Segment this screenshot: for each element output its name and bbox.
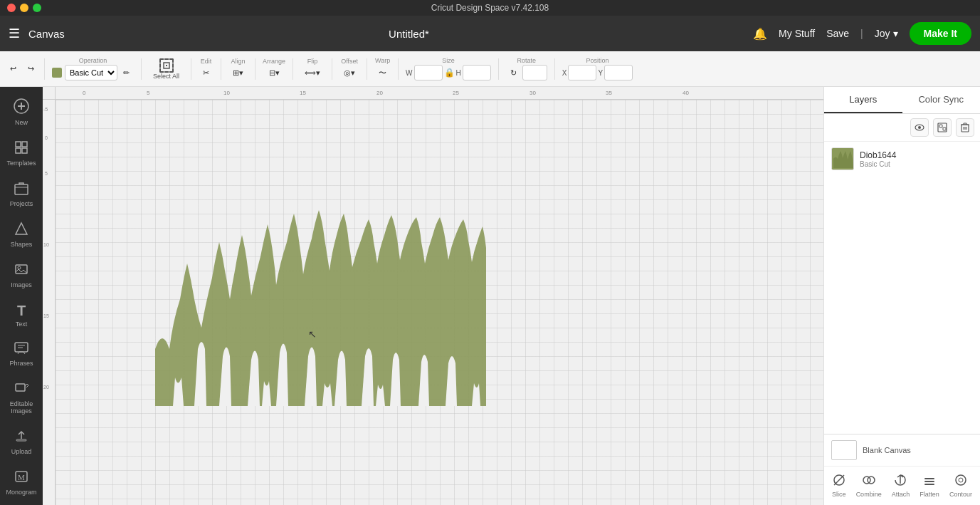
sidebar-item-upload-label: Upload: [11, 448, 32, 455]
flip-controls: ⟺▾: [300, 66, 325, 80]
svg-rect-8: [16, 148, 21, 153]
contour-icon: [954, 474, 967, 489]
operation-select[interactable]: Basic Cut: [65, 65, 117, 80]
svg-rect-6: [16, 142, 21, 147]
flip-button[interactable]: ⟺▾: [300, 66, 325, 80]
svg-text:M: M: [18, 473, 25, 481]
select-all-button[interactable]: Select All: [147, 56, 185, 83]
layer-group-button[interactable]: [933, 118, 952, 137]
hamburger-icon[interactable]: ☰: [9, 26, 20, 41]
warp-controls: 〜: [374, 65, 391, 81]
svg-marker-11: [16, 223, 27, 234]
flatten-button[interactable]: Flatten: [915, 471, 944, 501]
slice-button[interactable]: Slice: [828, 471, 850, 501]
combine-button[interactable]: Combine: [852, 471, 886, 501]
x-input[interactable]: [568, 65, 596, 80]
maximize-button[interactable]: [33, 4, 41, 12]
layer-delete-button[interactable]: [956, 118, 974, 137]
arrange-button[interactable]: ⊟▾: [265, 66, 284, 80]
width-input[interactable]: [414, 65, 443, 80]
save-button[interactable]: Save: [826, 28, 849, 39]
toolbar-separator-2: [141, 58, 142, 80]
operation-group: Operation Basic Cut ✏: [52, 57, 134, 80]
bottom-actions: Slice Combine Attach: [824, 466, 980, 505]
contour-button[interactable]: Contour: [945, 471, 976, 501]
sidebar-item-templates[interactable]: Templates: [3, 135, 40, 172]
svg-rect-39: [924, 478, 934, 479]
main-area: New Templates Projects Shapes Images: [0, 87, 980, 505]
sidebar-item-shapes[interactable]: Shapes: [3, 216, 40, 254]
make-it-button[interactable]: Make It: [910, 22, 971, 45]
y-input[interactable]: [604, 65, 633, 80]
upload-icon: [14, 429, 28, 447]
svg-rect-24: [939, 125, 942, 127]
operation-pen-button[interactable]: ✏: [119, 66, 134, 80]
svg-point-35: [868, 477, 875, 484]
tab-color-sync[interactable]: Color Sync: [902, 87, 981, 113]
sidebar-item-editable-images[interactable]: Editable Images: [3, 375, 40, 420]
shapes-icon: [14, 222, 28, 239]
sidebar-item-images-label: Images: [11, 281, 32, 288]
sidebar-item-monogram[interactable]: M Monogram: [3, 464, 40, 501]
edit-button[interactable]: ✂: [199, 66, 214, 80]
lock-icon[interactable]: 🔒: [444, 68, 455, 78]
close-button[interactable]: [7, 4, 16, 12]
sidebar-item-upload[interactable]: Upload: [3, 423, 40, 461]
slice-icon: [833, 474, 845, 489]
sidebar-item-text[interactable]: T Text: [3, 297, 40, 333]
select-all-icon: [159, 58, 174, 73]
sidebar-item-editable-images-label: Editable Images: [6, 400, 37, 415]
layers-list: Diob1644 Basic Cut: [824, 142, 980, 176]
toolbar-separator-7: [332, 58, 332, 80]
layer-thumbnail: [831, 147, 854, 170]
sidebar-item-new[interactable]: New: [3, 93, 40, 132]
svg-rect-9: [22, 148, 27, 153]
arrange-group: Arrange ⊟▾: [263, 58, 285, 80]
blank-canvas-label: Blank Canvas: [863, 446, 911, 454]
new-icon: [14, 98, 29, 118]
arrange-label: Arrange: [263, 58, 285, 65]
monogram-icon: M: [14, 469, 28, 487]
sidebar-item-images[interactable]: Images: [3, 256, 40, 294]
sidebar-item-projects[interactable]: Projects: [3, 175, 40, 213]
align-label: Align: [231, 58, 246, 65]
offset-button[interactable]: ◎▾: [339, 66, 359, 80]
attach-label: Attach: [892, 491, 910, 498]
toolbar-separator-5: [255, 58, 255, 80]
notification-bell-icon[interactable]: 🔔: [753, 27, 767, 41]
toolbar-separator-9: [398, 58, 399, 80]
user-menu-button[interactable]: Joy ▾: [875, 28, 898, 39]
layer-toolbar: [824, 114, 980, 142]
canvas-area[interactable]: 0 5 10 15 20 25 30 35 40 -5 0 5 10 15 20: [43, 87, 823, 505]
minimize-button[interactable]: [20, 4, 28, 12]
toolbar-separator-3: [191, 58, 191, 80]
flatten-label: Flatten: [920, 491, 939, 498]
rotate-label: Rotate: [517, 57, 536, 64]
height-input[interactable]: [463, 65, 491, 80]
tab-layers[interactable]: Layers: [824, 87, 902, 113]
align-button[interactable]: ⊞▾: [228, 66, 248, 80]
attach-button[interactable]: Attach: [887, 471, 915, 501]
svg-point-22: [918, 126, 921, 129]
operation-controls: Basic Cut ✏: [52, 65, 134, 80]
rotate-icon-button[interactable]: ↻: [506, 66, 521, 80]
edit-label: Edit: [201, 58, 212, 65]
right-panel-tabs: Layers Color Sync: [824, 87, 980, 114]
sidebar-item-phrases[interactable]: Phrases: [3, 336, 40, 373]
layer-type: Basic Cut: [860, 160, 973, 168]
toolbar-separator-1: [44, 58, 45, 80]
svg-rect-41: [924, 484, 934, 485]
phrases-icon: [14, 342, 28, 358]
warp-button[interactable]: 〜: [374, 65, 391, 81]
slice-label: Slice: [832, 491, 846, 498]
my-stuff-button[interactable]: My Stuff: [779, 28, 815, 39]
redo-button[interactable]: ↪: [23, 61, 38, 76]
size-label: Size: [442, 57, 455, 64]
layer-item[interactable]: Diob1644 Basic Cut: [824, 142, 980, 176]
undo-button[interactable]: ↩: [6, 61, 21, 76]
grass-image[interactable]: [148, 207, 490, 444]
canvas-grid[interactable]: -5 0 5 10 15 20: [56, 100, 823, 505]
nav-divider: |: [860, 28, 863, 39]
rotate-input[interactable]: [522, 65, 547, 80]
layer-eye-button[interactable]: [910, 118, 929, 137]
